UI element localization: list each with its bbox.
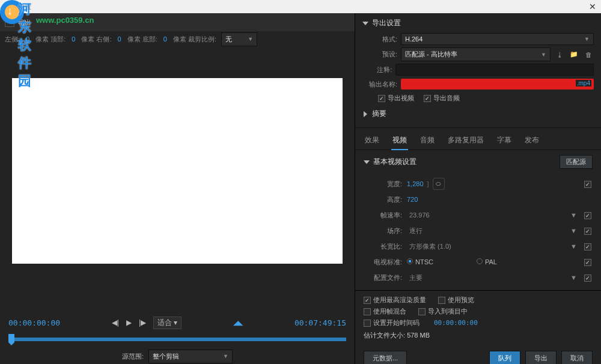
settings-tabs: 效果 视频 音频 多路复用器 字幕 发布 bbox=[355, 128, 601, 150]
source-range-label: 源范围: bbox=[122, 352, 144, 361]
save-preset-icon[interactable]: ⭳ bbox=[554, 49, 565, 60]
field-dropdown[interactable]: 逐行▼ bbox=[407, 225, 579, 237]
twisty-down-icon bbox=[364, 160, 370, 164]
preview-panel: 输出 左侧:0 像素 顶部:0 像素 右侧:0 像素 底部:0 像素 裁剪比例:… bbox=[0, 13, 355, 364]
use-preview-checkbox[interactable]: 使用预览 bbox=[438, 296, 474, 305]
max-quality-checkbox[interactable]: 使用最高渲染质量 bbox=[364, 296, 426, 305]
profile-dropdown[interactable]: 主要▼ bbox=[407, 272, 579, 284]
set-timecode-checkbox[interactable]: 设置开始时间码 bbox=[364, 318, 419, 327]
frame-blend-checkbox[interactable]: 使用帧混合 bbox=[364, 307, 406, 316]
duration-time: 00:07:49:15 bbox=[294, 318, 346, 327]
estimate-size: 578 MB bbox=[407, 332, 430, 339]
aspect-auto-checkbox[interactable] bbox=[584, 243, 591, 250]
tab-effects[interactable]: 效果 bbox=[364, 133, 380, 150]
timeline[interactable] bbox=[8, 334, 346, 346]
playback-bar: 00:00:00:00 ◀| ▶ |▶ 适合 ▾ ◢◣ 00:07:49:15 bbox=[0, 314, 355, 332]
titlebar: 导出设置 ✕ bbox=[0, 0, 601, 13]
summary-header[interactable]: 摘要 bbox=[362, 109, 594, 119]
width-value[interactable]: 1,280 bbox=[407, 180, 424, 187]
playhead[interactable] bbox=[8, 334, 14, 342]
metadata-button[interactable]: 元数据... bbox=[364, 351, 407, 364]
window-title: 导出设置 bbox=[5, 2, 31, 11]
crop-icon[interactable] bbox=[5, 17, 14, 27]
field-auto-checkbox[interactable] bbox=[584, 228, 591, 235]
fps-auto-checkbox[interactable] bbox=[584, 212, 591, 219]
play-icon[interactable]: ▶ bbox=[126, 318, 132, 327]
crop-controls: 左侧:0 像素 顶部:0 像素 右侧:0 像素 底部:0 像素 裁剪比例: 无▼ bbox=[0, 31, 355, 47]
zoom-dropdown[interactable]: 适合 ▾ bbox=[153, 317, 182, 329]
output-tab[interactable]: 输出 bbox=[18, 18, 31, 27]
settings-panel: 导出设置 格式: H.264▼ 预设: 匹配源 - 高比特率▼ ⭳ 📁 🗑 注释… bbox=[355, 13, 601, 364]
tab-publish[interactable]: 发布 bbox=[523, 133, 540, 150]
source-output-tabs: 输出 bbox=[0, 13, 355, 31]
twisty-down-icon bbox=[362, 22, 368, 25]
tv-auto-checkbox[interactable] bbox=[584, 259, 591, 266]
crop-ratio-dropdown[interactable]: 无▼ bbox=[221, 32, 257, 46]
marker-icon[interactable]: ◢◣ bbox=[233, 319, 243, 327]
current-time[interactable]: 00:00:00:00 bbox=[8, 318, 60, 327]
cancel-button[interactable]: 取消 bbox=[561, 351, 593, 364]
twisty-right-icon bbox=[364, 111, 367, 117]
tab-captions[interactable]: 字幕 bbox=[496, 133, 513, 150]
export-audio-checkbox[interactable]: 导出音频 bbox=[424, 94, 460, 103]
preview-canvas bbox=[12, 78, 343, 264]
export-video-checkbox[interactable]: 导出视频 bbox=[378, 94, 414, 103]
next-frame-icon[interactable]: |▶ bbox=[139, 318, 146, 327]
basic-video-header[interactable]: 基本视频设置 匹配源 bbox=[364, 155, 593, 169]
delete-preset-icon[interactable]: 🗑 bbox=[583, 49, 594, 60]
width-auto-checkbox[interactable] bbox=[584, 181, 591, 188]
profile-auto-checkbox[interactable] bbox=[584, 275, 591, 282]
match-source-button[interactable]: 匹配源 bbox=[560, 155, 593, 169]
output-name-link[interactable]: .mp4 bbox=[401, 79, 594, 89]
tab-mux[interactable]: 多路复用器 bbox=[447, 133, 485, 150]
fps-dropdown[interactable]: 23.976▼ bbox=[407, 210, 579, 220]
import-preset-icon[interactable]: 📁 bbox=[569, 49, 579, 60]
close-icon[interactable]: ✕ bbox=[572, 2, 596, 11]
tab-video[interactable]: 视频 bbox=[391, 133, 408, 150]
start-timecode[interactable]: 00:00:00:00 bbox=[434, 319, 478, 327]
link-icon[interactable]: ⬭ bbox=[433, 178, 445, 190]
format-dropdown[interactable]: H.264▼ bbox=[401, 33, 594, 45]
height-value[interactable]: 720 bbox=[407, 196, 418, 203]
import-project-checkbox[interactable]: 导入到项目中 bbox=[418, 307, 468, 316]
preset-dropdown[interactable]: 匹配源 - 高比特率▼ bbox=[401, 47, 551, 61]
prev-frame-icon[interactable]: ◀| bbox=[112, 318, 119, 327]
ntsc-radio[interactable]: NTSC bbox=[407, 258, 433, 265]
source-range-dropdown[interactable]: 整个剪辑▼ bbox=[148, 350, 233, 363]
pal-radio[interactable]: PAL bbox=[477, 258, 497, 265]
aspect-dropdown[interactable]: 方形像素 (1.0)▼ bbox=[407, 241, 579, 252]
tab-audio[interactable]: 音频 bbox=[419, 133, 436, 150]
export-settings-header[interactable]: 导出设置 bbox=[362, 18, 594, 28]
queue-button[interactable]: 队列 bbox=[489, 351, 520, 364]
export-button[interactable]: 导出 bbox=[525, 351, 557, 364]
comment-input[interactable] bbox=[395, 64, 594, 76]
